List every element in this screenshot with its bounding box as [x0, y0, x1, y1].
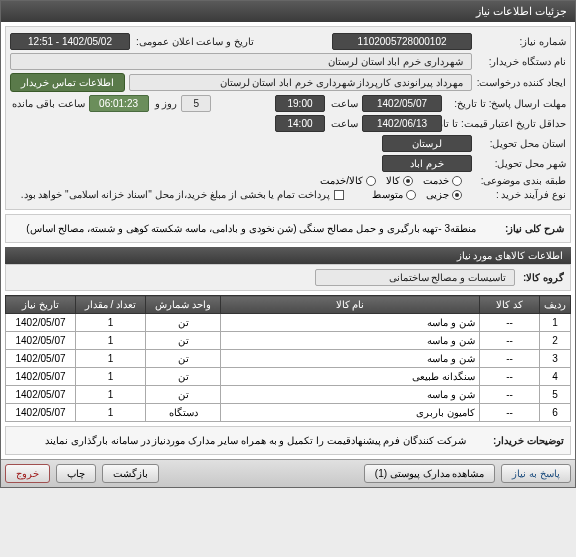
- cell-code: --: [480, 332, 540, 350]
- purchase-type-label: نوع فرآیند خرید :: [466, 189, 566, 200]
- days-value: 5: [181, 95, 211, 112]
- valid-time-label: ساعت: [329, 118, 358, 129]
- cell-row: 2: [540, 332, 571, 350]
- summary-label: شرح کلی نیاز:: [484, 221, 564, 236]
- announce-label: تاریخ و ساعت اعلان عمومی:: [134, 36, 254, 47]
- window-title: جزئیات اطلاعات نیاز: [1, 1, 575, 22]
- radio-partial[interactable]: جزیی: [426, 189, 462, 200]
- radio-medium[interactable]: متوسط: [372, 189, 416, 200]
- cell-unit: تن: [146, 368, 221, 386]
- group-row: گروه کالا: تاسیسات و مصالح ساختمانی: [5, 264, 571, 291]
- reply-button[interactable]: پاسخ به نیاز: [501, 464, 571, 483]
- cell-row: 4: [540, 368, 571, 386]
- req-no-label: شماره نیاز:: [476, 36, 566, 47]
- cell-unit: تن: [146, 350, 221, 368]
- summary-value: منطقه3 -تهیه بارگیری و حمل مصالح سنگی (ش…: [26, 221, 476, 236]
- footer-bar: پاسخ به نیاز مشاهده مدارک پیوستی (1) باز…: [1, 459, 575, 487]
- creator-value: مهرداد پیرانوندی کارپرداز شهرداری خرم اب…: [129, 74, 472, 91]
- radio-goods[interactable]: کالا: [386, 175, 413, 186]
- cell-date: 1402/05/07: [6, 386, 76, 404]
- buyer-value: شهرداری خرم اباد استان لرستان: [10, 53, 472, 70]
- radio-icon: [366, 176, 376, 186]
- cell-row: 3: [540, 350, 571, 368]
- radio-icon: [452, 190, 462, 200]
- radio-both-label: کالا/خدمت: [320, 175, 363, 186]
- days-label: روز و: [153, 98, 178, 109]
- category-radio-group: خدمت کالا کالا/خدمت: [320, 175, 462, 186]
- th-row[interactable]: ردیف: [540, 296, 571, 314]
- city-value: خرم اباد: [382, 155, 472, 172]
- cell-row: 5: [540, 386, 571, 404]
- cell-date: 1402/05/07: [6, 368, 76, 386]
- purchase-radio-group: جزیی متوسط: [372, 189, 462, 200]
- treasury-checkbox[interactable]: [334, 190, 344, 200]
- radio-partial-label: جزیی: [426, 189, 449, 200]
- summary-box: شرح کلی نیاز: منطقه3 -تهیه بارگیری و حمل…: [5, 214, 571, 243]
- category-label: طبقه بندی موضوعی:: [466, 175, 566, 186]
- cell-unit: تن: [146, 386, 221, 404]
- cell-qty: 1: [76, 404, 146, 422]
- cell-date: 1402/05/07: [6, 404, 76, 422]
- cell-code: --: [480, 404, 540, 422]
- remain-label: ساعت باقی مانده: [10, 98, 85, 109]
- th-date[interactable]: تاریخ نیاز: [6, 296, 76, 314]
- cell-code: --: [480, 350, 540, 368]
- deadline-date: 1402/05/07: [362, 95, 442, 112]
- cell-name: شن و ماسه: [221, 314, 480, 332]
- cell-unit: تن: [146, 332, 221, 350]
- buyer-notes-box: توضیحات خریدار: شرکت کنندگان فرم پیشنهاد…: [5, 426, 571, 455]
- cell-date: 1402/05/07: [6, 332, 76, 350]
- radio-goods-label: کالا: [386, 175, 400, 186]
- announce-value: 1402/05/02 - 12:51: [10, 33, 130, 50]
- back-button[interactable]: بازگشت: [102, 464, 159, 483]
- contact-button[interactable]: اطلاعات تماس خریدار: [10, 73, 125, 92]
- deadline-label: مهلت ارسال پاسخ: تا تاریخ:: [446, 98, 566, 109]
- cell-qty: 1: [76, 332, 146, 350]
- cell-name: شن و ماسه: [221, 350, 480, 368]
- valid-time: 14:00: [275, 115, 325, 132]
- radio-medium-label: متوسط: [372, 189, 403, 200]
- section-goods-header: اطلاعات کالاهای مورد نیاز: [5, 247, 571, 264]
- cell-name: شن و ماسه: [221, 386, 480, 404]
- cell-row: 6: [540, 404, 571, 422]
- table-row[interactable]: 5--شن و ماسهتن11402/05/07: [6, 386, 571, 404]
- table-row[interactable]: 6--کامیون باربریدستگاه11402/05/07: [6, 404, 571, 422]
- cell-unit: تن: [146, 314, 221, 332]
- print-button[interactable]: چاپ: [56, 464, 96, 483]
- radio-both[interactable]: کالا/خدمت: [320, 175, 376, 186]
- goods-table: ردیف کد کالا نام کالا واحد شمارش تعداد /…: [5, 295, 571, 422]
- cell-code: --: [480, 314, 540, 332]
- th-name[interactable]: نام کالا: [221, 296, 480, 314]
- table-row[interactable]: 4--سنگدانه طبیعیتن11402/05/07: [6, 368, 571, 386]
- req-no-value: 1102005728000102: [332, 33, 472, 50]
- radio-icon: [452, 176, 462, 186]
- cell-code: --: [480, 368, 540, 386]
- cell-unit: دستگاه: [146, 404, 221, 422]
- cell-qty: 1: [76, 368, 146, 386]
- th-unit[interactable]: واحد شمارش: [146, 296, 221, 314]
- cell-qty: 1: [76, 314, 146, 332]
- table-row[interactable]: 3--شن و ماسهتن11402/05/07: [6, 350, 571, 368]
- table-row[interactable]: 2--شن و ماسهتن11402/05/07: [6, 332, 571, 350]
- exit-button[interactable]: خروج: [5, 464, 50, 483]
- radio-service-label: خدمت: [423, 175, 449, 186]
- city-label: شهر محل تحویل:: [476, 158, 566, 169]
- window: جزئیات اطلاعات نیاز شماره نیاز: 11020057…: [0, 0, 576, 488]
- valid-label: حداقل تاریخ اعتبار قیمت: تا تاریخ:: [446, 118, 566, 129]
- radio-service[interactable]: خدمت: [423, 175, 462, 186]
- deadline-time-label: ساعت: [329, 98, 358, 109]
- attachments-button[interactable]: مشاهده مدارک پیوستی (1): [364, 464, 496, 483]
- valid-date: 1402/06/13: [362, 115, 442, 132]
- group-label: گروه کالا:: [521, 272, 564, 283]
- cell-date: 1402/05/07: [6, 314, 76, 332]
- cell-name: سنگدانه طبیعی: [221, 368, 480, 386]
- th-qty[interactable]: تعداد / مقدار: [76, 296, 146, 314]
- th-code[interactable]: کد کالا: [480, 296, 540, 314]
- table-row[interactable]: 1--شن و ماسهتن11402/05/07: [6, 314, 571, 332]
- radio-icon: [406, 190, 416, 200]
- deadline-time: 19:00: [275, 95, 325, 112]
- payment-note: پرداخت تمام یا بخشی از مبلغ خرید،از محل …: [19, 189, 330, 200]
- buyer-notes-value: شرکت کنندگان فرم پیشنهادقیمت را تکمیل و …: [45, 433, 466, 448]
- cell-qty: 1: [76, 386, 146, 404]
- buyer-label: نام دستگاه خریدار:: [476, 56, 566, 67]
